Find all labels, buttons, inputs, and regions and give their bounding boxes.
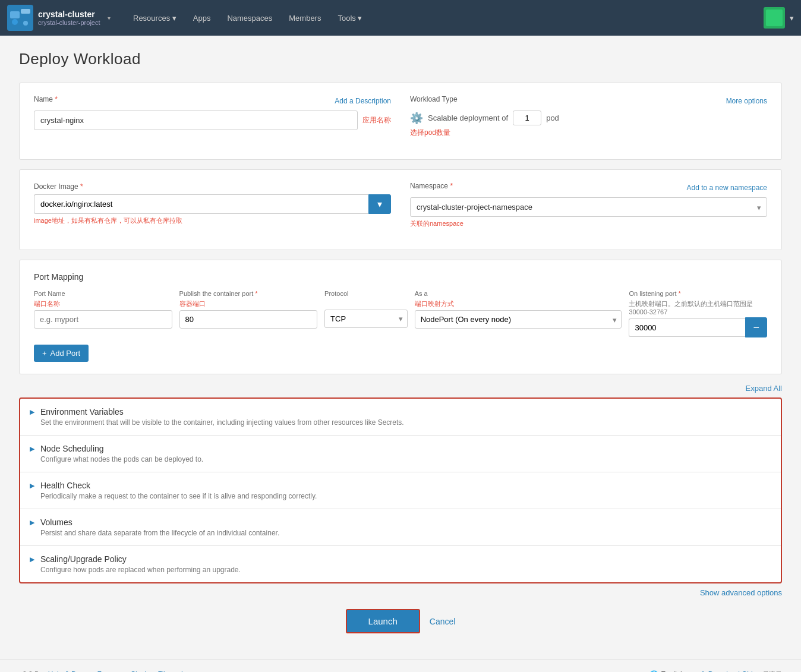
expand-row: Expand All bbox=[19, 384, 782, 393]
language-selector[interactable]: 🌐 English ▾ bbox=[649, 670, 690, 673]
name-input-row: 应用名称 bbox=[34, 111, 391, 130]
namespace-label: Namespace * bbox=[410, 182, 453, 190]
user-avatar[interactable] bbox=[764, 7, 785, 29]
svg-point-2 bbox=[12, 19, 18, 25]
namespace-select-wrap: crystal-cluster-project-namespace ▾ bbox=[410, 197, 767, 217]
accordion-header-volumes[interactable]: ▶ Volumes Persist and share data separat… bbox=[20, 509, 781, 545]
docker-dropdown-button[interactable]: ▾ bbox=[368, 194, 391, 214]
docker-namespace-section: Docker Image * ▾ image地址，如果有私有仓库，可以从私有仓库… bbox=[19, 169, 782, 250]
scaling-title: Scaling/Upgrade Policy bbox=[40, 554, 241, 564]
footer-help-link[interactable]: Help & Docs bbox=[48, 670, 88, 673]
footer: v2.3.5 Help & Docs Forums Slack File an … bbox=[0, 660, 801, 672]
add-port-icon: + bbox=[42, 349, 47, 358]
svg-rect-0 bbox=[10, 11, 20, 18]
listening-port-input[interactable] bbox=[629, 318, 745, 337]
volumes-desc: Persist and share data separate from the… bbox=[40, 529, 279, 537]
workload-type-row: ⚙️ Scalable deployment of pod bbox=[410, 111, 767, 125]
download-icon: ⬇ bbox=[700, 670, 706, 673]
port-name-col: Port Name 端口名称 bbox=[34, 290, 172, 329]
footer-forums-link[interactable]: Forums bbox=[97, 670, 121, 673]
nav-resources[interactable]: Resources ▾ bbox=[126, 9, 184, 27]
docker-image-input[interactable] bbox=[34, 194, 368, 214]
scaling-chevron-icon: ▶ bbox=[30, 556, 34, 563]
project-name[interactable]: crystal-cluster-project bbox=[38, 19, 100, 26]
pod-count-input[interactable] bbox=[513, 111, 541, 125]
volumes-title: Volumes bbox=[40, 518, 279, 527]
remove-port-button[interactable]: − bbox=[745, 317, 767, 337]
add-port-button[interactable]: + Add Port bbox=[34, 345, 89, 362]
globe-icon: 🌐 bbox=[649, 670, 658, 673]
port-name-input[interactable] bbox=[34, 310, 172, 329]
add-port-label: Add Port bbox=[51, 349, 81, 358]
nav-tools[interactable]: Tools ▾ bbox=[330, 9, 369, 27]
node-scheduling-text: Node Scheduling Configure what nodes the… bbox=[40, 444, 203, 463]
add-description-link[interactable]: Add a Description bbox=[335, 97, 391, 105]
show-advanced-link[interactable]: Show advanced options bbox=[700, 588, 782, 597]
accordion-header-env-vars[interactable]: ▶ Environment Variables Set the environm… bbox=[20, 399, 781, 435]
name-workload-section: Name * Add a Description 应用名称 Workload T… bbox=[19, 83, 782, 160]
docker-input-wrap: ▾ bbox=[34, 194, 391, 214]
name-input[interactable] bbox=[34, 111, 358, 130]
nav-right: ▾ bbox=[764, 7, 794, 29]
protocol-header: Protocol bbox=[324, 290, 408, 297]
nav-apps[interactable]: Apps bbox=[186, 9, 218, 27]
download-label: Download CLI bbox=[708, 670, 753, 673]
protocol-select[interactable]: TCP UDP bbox=[324, 310, 408, 328]
listening-wrap: − bbox=[629, 317, 767, 337]
asa-hint: 端口映射方式 bbox=[415, 299, 622, 308]
download-cli-link[interactable]: ⬇ Download CLI bbox=[700, 670, 753, 673]
name-label: Name * bbox=[34, 95, 58, 103]
node-scheduling-chevron-icon: ▶ bbox=[30, 445, 34, 453]
publish-port-col: Publish the container port * 容器端口 bbox=[179, 290, 318, 329]
brand: crystal-cluster crystal-cluster-project … bbox=[7, 5, 126, 31]
launch-button[interactable]: Launch bbox=[346, 609, 420, 633]
namespace-col: Namespace * Add to a new namespace cryst… bbox=[410, 182, 767, 228]
nav-members[interactable]: Members bbox=[282, 9, 328, 27]
nav-links: Resources ▾ Apps Namespaces Members Tool… bbox=[126, 9, 764, 27]
node-scheduling-title: Node Scheduling bbox=[40, 444, 203, 453]
expand-all-button[interactable]: Expand All bbox=[746, 384, 782, 393]
select-pod-note[interactable]: 选择pod数量 bbox=[410, 128, 767, 138]
accordion-header-scaling[interactable]: ▶ Scaling/Upgrade Policy Configure how p… bbox=[20, 546, 781, 582]
port-mapping-title: Port Mapping bbox=[34, 272, 767, 282]
publish-port-input[interactable] bbox=[179, 310, 318, 329]
docker-namespace-row: Docker Image * ▾ image地址，如果有私有仓库，可以从私有仓库… bbox=[34, 182, 767, 228]
cancel-button[interactable]: Cancel bbox=[430, 617, 456, 626]
page-title: Deploy Workload bbox=[19, 50, 782, 68]
health-check-chevron-icon: ▶ bbox=[30, 482, 34, 490]
add-namespace-link[interactable]: Add to a new namespace bbox=[687, 184, 767, 192]
accordion-item-env-vars: ▶ Environment Variables Set the environm… bbox=[20, 399, 781, 436]
accordion-section: ▶ Environment Variables Set the environm… bbox=[19, 397, 782, 583]
env-vars-chevron-icon: ▶ bbox=[30, 408, 34, 416]
protocol-col: Protocol TCP UDP ▾ bbox=[324, 290, 408, 328]
docker-col: Docker Image * ▾ image地址，如果有私有仓库，可以从私有仓库… bbox=[34, 182, 391, 228]
brand-label: 亿速云 bbox=[762, 670, 782, 672]
listening-hint: 主机映射端口。之前默认的主机端口范围是30000-32767 bbox=[629, 299, 767, 316]
name-hint: 应用名称 bbox=[362, 115, 391, 125]
svg-point-3 bbox=[23, 21, 28, 26]
svg-rect-1 bbox=[21, 9, 30, 14]
pod-label: pod bbox=[546, 113, 559, 122]
footer-slack-link[interactable]: Slack bbox=[131, 670, 148, 673]
nav-namespaces[interactable]: Namespaces bbox=[220, 9, 279, 27]
env-vars-title: Environment Variables bbox=[40, 407, 404, 417]
node-scheduling-desc: Configure what nodes the pods can be dep… bbox=[40, 455, 203, 463]
asa-select[interactable]: NodePort (On every node) ClusterIP LoadB… bbox=[415, 310, 622, 329]
cluster-name[interactable]: crystal-cluster bbox=[38, 10, 100, 19]
port-name-header: Port Name bbox=[34, 290, 172, 297]
footer-file-issue-link[interactable]: File an Issue bbox=[157, 670, 198, 673]
brand-chevron-icon[interactable]: ▾ bbox=[108, 15, 111, 21]
footer-brand: 亿速云 bbox=[762, 670, 782, 672]
more-options-link[interactable]: More options bbox=[726, 97, 767, 105]
accordion-item-health-check: ▶ Health Check Periodically make a reque… bbox=[20, 472, 781, 509]
scaling-desc: Configure how pods are replaced when per… bbox=[40, 566, 241, 574]
docker-label: Docker Image * bbox=[34, 182, 83, 191]
workload-icon: ⚙️ bbox=[410, 112, 423, 125]
listening-header: On listening port * bbox=[629, 290, 767, 297]
accordion-header-health-check[interactable]: ▶ Health Check Periodically make a reque… bbox=[20, 472, 781, 509]
user-chevron-icon[interactable]: ▾ bbox=[790, 14, 794, 23]
accordion-header-node-scheduling[interactable]: ▶ Node Scheduling Configure what nodes t… bbox=[20, 436, 781, 472]
name-workload-row: Name * Add a Description 应用名称 Workload T… bbox=[34, 95, 767, 138]
namespace-select[interactable]: crystal-cluster-project-namespace bbox=[410, 197, 767, 217]
brand-logo[interactable] bbox=[7, 5, 33, 31]
